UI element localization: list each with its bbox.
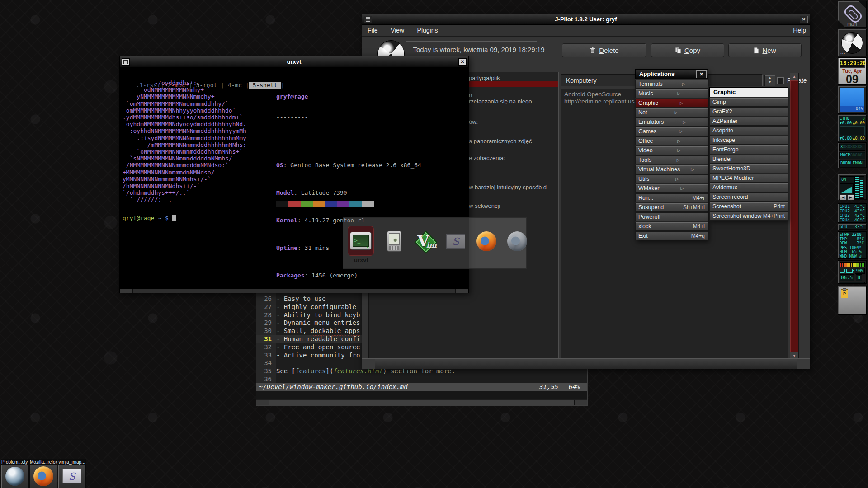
mixer-next-button[interactable]: ▶: [847, 195, 854, 200]
graphic-menu-item[interactable]: FontForge: [709, 145, 788, 154]
dock-clip-tile[interactable]: main: [838, 1, 867, 28]
jpilot-left-row[interactable]: e zobaczenia:: [469, 155, 558, 161]
applications-menu-item[interactable]: xlockM4+l: [635, 222, 708, 231]
applications-menu-item[interactable]: Games▷: [635, 127, 708, 136]
switcher-item-firefox[interactable]: [473, 228, 500, 255]
switcher-item-vim[interactable]: Vim: [412, 228, 438, 255]
miniwindow-browser[interactable]: Problem...ctyl: [1, 459, 29, 488]
neofetch-user-host: gryf@rage: [276, 93, 432, 100]
graphic-menu-item[interactable]: ScreenshotPrint: [709, 202, 788, 211]
graphic-menu-item[interactable]: Screen record: [709, 192, 788, 202]
dock-clock-tile[interactable]: 18:29:20 Tue, Apr 09: [838, 57, 867, 85]
palette-swatch: [288, 201, 301, 207]
graphic-menu-item[interactable]: SweetHome3D: [709, 164, 788, 173]
clip-arrow-icon[interactable]: [859, 1, 866, 9]
switcher-item-mail[interactable]: S: [443, 228, 469, 255]
menu-view[interactable]: View: [385, 25, 410, 34]
graphic-menu-item[interactable]: Gimp: [709, 98, 788, 107]
scroll-up-arrow[interactable]: ▲: [790, 73, 798, 80]
applications-menu-item[interactable]: Utils▷: [635, 174, 708, 183]
applications-menu-item[interactable]: Virtual Machines▷: [635, 165, 708, 174]
jpilot-close-button[interactable]: ✕: [800, 16, 808, 23]
jpilot-left-row[interactable]: w sekwencji: [469, 202, 558, 209]
applications-menu-item[interactable]: Terminals▷: [635, 80, 708, 89]
switcher-item-jpilot[interactable]: [381, 228, 407, 255]
graphic-menu-item[interactable]: Blender: [709, 155, 788, 164]
jpilot-left-row[interactable]: partycja/plik: [469, 75, 558, 81]
miniwindow-mail[interactable]: vimja_imap... S: [58, 459, 86, 488]
dock-network-tile[interactable]: ETH08 ▼0.00▲0.00 ▼0.00▲0.00: [838, 115, 867, 141]
terminal-close-button[interactable]: ✕: [458, 58, 467, 66]
battery-icon: [846, 269, 853, 273]
jpilot-left-row[interactable]: w bardziej intuicyjny sposób d: [469, 184, 558, 190]
terminal-miniaturize-button[interactable]: [122, 58, 130, 66]
applications-menu-item[interactable]: Run...M4+r: [635, 193, 708, 202]
copy-button[interactable]: Copy: [651, 43, 724, 57]
dock-lcd-tile[interactable]: X88888888 MOCP88888 BUBBLEMON: [838, 142, 867, 168]
graphic-menu-item[interactable]: Aseprite: [709, 126, 788, 135]
applications-menu-item[interactable]: Poweroff: [635, 212, 708, 221]
jpilot-scrollbar[interactable]: ▲ ▼: [790, 73, 799, 360]
combo-spinner[interactable]: ▴▾: [764, 75, 775, 86]
miniaturize-icon: [366, 17, 370, 22]
switcher-item-urxvt[interactable]: >_: [348, 226, 374, 256]
dock-notes-tile[interactable]: P: [838, 286, 867, 315]
vim-file-path: ~/Devel/window-maker.github.io/index.md: [259, 383, 408, 391]
applications-menu-item[interactable]: Emulators▷: [635, 117, 708, 127]
dock-monitor-tile[interactable]: 04%: [838, 86, 867, 114]
mixer-prev-button[interactable]: ◀: [840, 195, 847, 200]
terminal-titlebar[interactable]: urxvt ✕: [120, 56, 468, 67]
applications-menu-item[interactable]: WMaker▷: [635, 184, 708, 193]
jpilot-resizebar[interactable]: [362, 358, 810, 369]
menu-file[interactable]: File: [362, 25, 383, 34]
applications-menu-item[interactable]: Tools▷: [635, 155, 708, 164]
menu-plugins[interactable]: Plugins: [412, 25, 443, 34]
applications-menu-item[interactable]: SusupendSh+M4+l: [635, 203, 708, 212]
applications-menu-item[interactable]: Net▷: [635, 108, 708, 117]
wmaker-dock: main ... 18:29:20 Tue, Apr 09 04% ETH08 …: [837, 0, 867, 488]
dock-ball-tile[interactable]: ...: [838, 29, 867, 56]
menu-help[interactable]: Help: [793, 27, 806, 34]
jpilot-miniaturize-button[interactable]: [364, 16, 372, 23]
dock-battery-tile[interactable]: 90% 06:5 B: [838, 260, 867, 284]
applications-menu-title[interactable]: Applications ✕: [635, 69, 708, 79]
switcher-item-browser2[interactable]: [504, 228, 530, 255]
dock-cpu-temp-tile[interactable]: CPU143°C CPU243°C CPU343°C CPU440°C: [838, 203, 867, 223]
miniwindow-label: Problem...ctyl: [1, 459, 28, 465]
miniwindow-label: vimja_imap...: [58, 459, 85, 465]
applications-menu-item[interactable]: Graphic▷: [635, 99, 708, 108]
jpilot-left-row[interactable]: rzełączania się na niego: [469, 98, 558, 104]
jpilot-titlebar[interactable]: J-Pilot 1.8.2 User: gryf ✕: [362, 14, 810, 25]
vim-resizebar[interactable]: [256, 400, 587, 405]
jpilot-left-row[interactable]: a panoramicznych zdjęć: [469, 138, 558, 144]
applications-menu-item[interactable]: Music▷: [635, 89, 708, 98]
graphic-menu-item[interactable]: MPEG4 Modifier: [709, 174, 788, 183]
delete-button[interactable]: Delete: [562, 43, 646, 57]
menu-close-icon[interactable]: ✕: [696, 70, 707, 78]
shell-prompt: gryf@rage ~ $: [123, 215, 176, 221]
jpilot-left-row[interactable]: ów:: [469, 118, 558, 125]
graphic-menu-item[interactable]: AZPainter: [709, 117, 788, 126]
private-checkbox[interactable]: [777, 77, 784, 84]
graphic-menu-item[interactable]: Inkscape: [709, 136, 788, 145]
dock-gpu-temp-tile[interactable]: GPU33°C: [838, 224, 867, 230]
volume-wedge[interactable]: [840, 183, 854, 194]
graphic-menu-item[interactable]: Avidemux: [709, 183, 788, 192]
applications-menu-item[interactable]: ExitM4+q: [635, 231, 708, 240]
graphic-menu-item[interactable]: Screenshot windowM4+Print: [709, 211, 788, 221]
copy-icon: [675, 47, 681, 54]
submenu-arrow-icon: ▷: [677, 139, 680, 143]
terminal-resizebar[interactable]: [120, 289, 468, 293]
miniwindow-firefox[interactable]: Mozilla...refox: [29, 459, 57, 488]
graphic-submenu-title[interactable]: Graphic: [709, 87, 788, 97]
cpu-temp-row: CPU440°C: [840, 218, 865, 222]
scrollbar-thumb[interactable]: [790, 80, 798, 352]
switcher-selected-label: urxvt: [348, 257, 375, 263]
new-button[interactable]: New: [728, 43, 802, 57]
applications-menu-item[interactable]: Office▷: [635, 136, 708, 145]
dock-weather-tile[interactable]: EPWR 2300 TMP 8°C DEW 2°C PRS 1009ʰ HUM …: [838, 231, 867, 259]
applications-menu-item[interactable]: Video▷: [635, 146, 708, 155]
jpilot-left-row[interactable]: n: [469, 92, 558, 98]
graphic-menu-item[interactable]: GraFX2: [709, 107, 788, 116]
dock-mixer-tile[interactable]: 84 ◀▶: [838, 174, 867, 200]
